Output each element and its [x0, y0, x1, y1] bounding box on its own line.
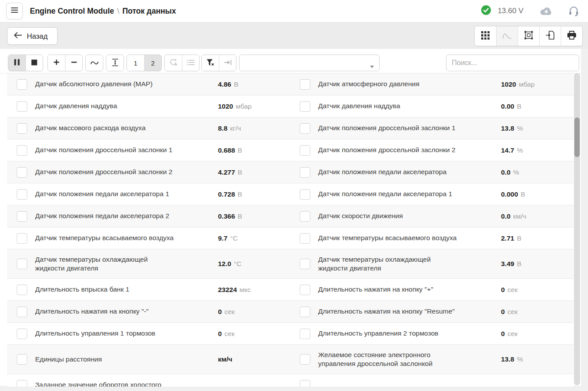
- stream-row: Датчик температуры охлаждающей жидкости …: [7, 249, 290, 279]
- row-checkbox[interactable]: [300, 79, 310, 90]
- parameter-unit: В: [517, 234, 521, 242]
- wave-button[interactable]: [86, 55, 103, 71]
- parameter-unit: %: [513, 168, 519, 176]
- parameter-name: Длительность управления 2 тормозов: [318, 329, 501, 338]
- stop-button[interactable]: [25, 55, 43, 71]
- parameter-value: 0.366: [218, 212, 235, 220]
- back-button[interactable]: Назад: [7, 27, 58, 45]
- scrollbar-thumb[interactable]: [574, 117, 580, 157]
- screen-2-label: 2: [151, 59, 155, 67]
- list-button[interactable]: [182, 55, 199, 71]
- selection-view-button[interactable]: [518, 26, 539, 46]
- parameter-value: 0.0: [501, 168, 511, 176]
- parameter-reading: 4.86 В: [218, 80, 239, 88]
- row-checkbox[interactable]: [300, 123, 310, 134]
- row-checkbox[interactable]: [300, 307, 310, 317]
- main-content: 1 2: [0, 49, 581, 386]
- clear-filter-button[interactable]: [202, 55, 219, 71]
- export-button[interactable]: [539, 26, 561, 46]
- parameter-reading: 0 сек: [501, 330, 518, 338]
- parameter-reading: 0 сек: [501, 286, 518, 294]
- parameter-reading: 0 сек: [501, 308, 518, 316]
- zoom-group: [47, 55, 83, 71]
- fit-height-button[interactable]: [106, 55, 123, 71]
- stream-row: Длительность нажатия на кнопку "Resume" …: [290, 301, 573, 323]
- parameter-value: 0: [501, 286, 505, 294]
- group-select[interactable]: [239, 55, 380, 71]
- minus-icon: [71, 59, 77, 67]
- parameter-reading: 0.00 В: [501, 102, 522, 110]
- parameter-name: Длительность впрыска банк 1: [35, 285, 218, 294]
- row-checkbox[interactable]: [300, 354, 310, 365]
- parameter-name: Датчик положения педали акселератора 1: [318, 190, 501, 198]
- stream-row: Заданное значение оборотов холостого: [7, 374, 290, 387]
- pause-button[interactable]: [8, 55, 25, 71]
- selection-frame-icon: [523, 30, 534, 42]
- row-checkbox[interactable]: [300, 329, 310, 339]
- row-checkbox[interactable]: [300, 285, 310, 295]
- stream-row: Датчик положения педали акселератора 1 0…: [7, 183, 290, 205]
- plus-button[interactable]: [48, 55, 65, 71]
- row-checkbox[interactable]: [17, 233, 27, 244]
- search-input[interactable]: [446, 55, 579, 71]
- parameter-unit: км/ч: [513, 212, 526, 220]
- parameter-name: Длительность управления 1 тормозов: [35, 329, 218, 338]
- row-checkbox[interactable]: [300, 189, 310, 200]
- back-button-label: Назад: [27, 32, 47, 40]
- row-checkbox[interactable]: [300, 233, 310, 244]
- reset-values-button[interactable]: [165, 55, 182, 71]
- row-checkbox[interactable]: [17, 354, 27, 365]
- row-checkbox[interactable]: [17, 307, 27, 317]
- skip-end-button[interactable]: [219, 55, 236, 71]
- stream-column-left: Датчик абсолютного давления (MAP) 4.86 В…: [7, 73, 290, 387]
- parameter-value: 0.0: [501, 212, 511, 220]
- parameter-name: Заданное значение оборотов холостого: [35, 380, 218, 387]
- parameter-value: 4.86: [218, 80, 231, 88]
- row-checkbox[interactable]: [17, 123, 27, 134]
- stream-row: Датчик положения педали акселератора 0.0…: [290, 161, 573, 183]
- scrollbar-track[interactable]: [574, 73, 580, 385]
- stream-row: Датчик температуры всасываемого воздуха …: [290, 227, 573, 249]
- cloud-download-icon[interactable]: [540, 7, 552, 15]
- row-checkbox[interactable]: [17, 101, 27, 112]
- check-circle-icon: [481, 5, 491, 17]
- row-checkbox[interactable]: [17, 259, 27, 269]
- parameter-unit: сек: [508, 330, 518, 338]
- parameter-unit: %: [517, 124, 523, 132]
- row-checkbox[interactable]: [300, 167, 310, 178]
- headset-icon[interactable]: [568, 6, 579, 16]
- chart-view-button[interactable]: [496, 26, 518, 46]
- stream-row: Датчик положения дроссельной заслонки 1 …: [290, 117, 573, 139]
- caret-down-icon: [370, 62, 374, 70]
- row-checkbox[interactable]: [300, 380, 310, 387]
- parameter-value: 0: [218, 330, 222, 338]
- row-checkbox[interactable]: [17, 167, 27, 178]
- screen-2-button[interactable]: 2: [144, 55, 161, 71]
- parameter-reading: 0.0 км/ч: [501, 212, 526, 220]
- parameter-unit: В: [238, 212, 242, 220]
- parameter-value: 0: [218, 308, 222, 316]
- grid-view-button[interactable]: [475, 26, 496, 46]
- row-checkbox[interactable]: [17, 285, 27, 295]
- row-checkbox[interactable]: [300, 101, 310, 112]
- menu-button[interactable]: [6, 3, 23, 19]
- row-checkbox[interactable]: [300, 259, 310, 269]
- parameter-reading: 0.0 %: [501, 168, 519, 176]
- stream-row: Датчик температуры охлаждающей жидкости …: [290, 249, 573, 279]
- parameter-name: Датчик атмосферного давления: [318, 80, 501, 88]
- row-checkbox[interactable]: [17, 380, 27, 387]
- minus-button[interactable]: [65, 55, 82, 71]
- screen-1-button[interactable]: 1: [127, 55, 144, 71]
- row-checkbox[interactable]: [17, 211, 27, 222]
- print-button[interactable]: [561, 26, 582, 46]
- parameter-reading: 8.8 кг/ч: [218, 124, 241, 132]
- row-checkbox[interactable]: [17, 189, 27, 200]
- row-checkbox[interactable]: [17, 79, 27, 90]
- row-checkbox[interactable]: [17, 145, 27, 156]
- parameter-reading: 4.277 В: [218, 168, 242, 176]
- row-checkbox[interactable]: [300, 211, 310, 222]
- parameter-value: 23224: [218, 286, 237, 294]
- row-checkbox[interactable]: [300, 145, 310, 156]
- row-checkbox[interactable]: [17, 329, 27, 339]
- parameter-reading: 0.000 В: [501, 190, 525, 198]
